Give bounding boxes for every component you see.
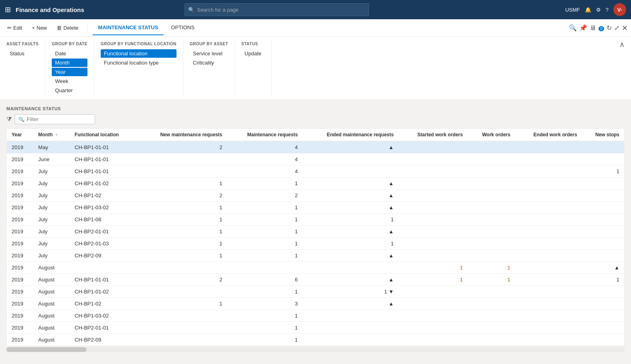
table-row[interactable]: 2019AugustCH-BP1-01-0126▲111 (7, 274, 624, 286)
col-mr[interactable]: Maintenance requests (227, 129, 302, 141)
table-row[interactable]: 2019AugustCH-BP2-091 (7, 334, 624, 346)
col-year[interactable]: Year (7, 129, 33, 141)
data-table-container[interactable]: Year Month ↑ Functional location New mai… (6, 128, 625, 346)
ribbon-group-asset-title: GROUP BY ASSET (190, 42, 228, 46)
filter-input[interactable] (27, 116, 91, 122)
ribbon-asset-faults-status[interactable]: Status (6, 49, 39, 58)
section-title: MAINTENANCE STATUS (6, 106, 625, 111)
table-cell: 2 (137, 190, 227, 202)
table-cell: 1 (227, 238, 302, 250)
table-cell: 3 (227, 298, 302, 310)
table-cell: 4 (227, 154, 302, 166)
table-cell: 1 (398, 274, 467, 286)
col-ns[interactable]: New stops (582, 129, 624, 141)
tab-maintenance-status[interactable]: MAINTENANCE STATUS (93, 20, 164, 35)
table-cell: 2019 (7, 298, 33, 310)
table-row[interactable]: 2019JulyCH-BP2-01-0111▲ (7, 226, 624, 238)
table-cell: August (33, 298, 70, 310)
table-row[interactable]: 2019JulyCH-BP1-08111 (7, 214, 624, 226)
table-cell (515, 141, 582, 154)
ribbon-status-update[interactable]: Update (241, 49, 265, 58)
notification-icon[interactable]: 🔔 (585, 7, 591, 13)
col-ewo[interactable]: Ended work orders (515, 129, 582, 141)
table-cell (515, 214, 582, 226)
tab-options[interactable]: OPTIONS (165, 20, 200, 35)
table-row[interactable]: 2019JulyCH-BP1-01-0141 (7, 166, 624, 178)
table-cell (398, 226, 467, 238)
table-row[interactable]: 2019MayCH-BP1-01-0124▲ (7, 141, 624, 154)
col-new-mr[interactable]: New maintenance requests (137, 129, 227, 141)
scrollbar-thumb[interactable] (6, 347, 87, 352)
table-cell: 1 (227, 286, 302, 298)
window-icon[interactable]: 🖥 (590, 24, 596, 32)
ribbon-status: STATUS Update (235, 40, 272, 96)
search-input[interactable] (197, 7, 365, 13)
table-cell (137, 262, 227, 274)
ribbon-collapse[interactable]: ∧ (619, 40, 625, 49)
ribbon-date-date[interactable]: Date (52, 49, 87, 58)
table-row[interactable]: 2019JulyCH-BP2-01-03111 (7, 238, 624, 250)
table-cell (398, 166, 467, 178)
table-row[interactable]: 2019August11▲ (7, 262, 624, 274)
settings-icon[interactable]: ⚙ (596, 7, 601, 13)
table-cell (468, 202, 515, 214)
table-cell (398, 154, 467, 166)
close-icon[interactable]: ✕ (622, 24, 628, 32)
col-wo[interactable]: Work orders (468, 129, 515, 141)
table-cell: 2019 (7, 190, 33, 202)
filter-input-wrapper[interactable]: 🔍 (15, 114, 95, 124)
table-cell: 1 (137, 250, 227, 262)
ribbon-asset-service-level[interactable]: Service level (190, 49, 228, 58)
table-cell (398, 310, 467, 322)
edit-button[interactable]: ✏ Edit (3, 22, 26, 33)
pin-icon[interactable]: 📌 (579, 24, 587, 32)
filter-sidebar-icon[interactable]: ⧩ (6, 116, 12, 123)
ribbon-functional-location[interactable]: Functional location (101, 49, 177, 58)
table-row[interactable]: 2019JulyCH-BP1-0222▲ (7, 190, 624, 202)
table-cell: 4 (227, 141, 302, 154)
table-cell (515, 334, 582, 346)
table-cell (137, 166, 227, 178)
col-month[interactable]: Month ↑ (33, 129, 70, 141)
toolbar-row: ⧩ 🔍 (6, 114, 625, 124)
ribbon-date-year[interactable]: Year (52, 68, 87, 76)
avatar[interactable]: V- (613, 3, 626, 16)
ribbon-date-week[interactable]: Week (52, 77, 87, 85)
table-row[interactable]: 2019JuneCH-BP1-01-014 (7, 154, 624, 166)
table-cell: 1 (227, 250, 302, 262)
table-cell: 2019 (7, 262, 33, 274)
col-functional-location[interactable]: Functional location (70, 129, 137, 141)
ribbon-date-quarter[interactable]: Quarter (52, 86, 87, 95)
grid-icon[interactable]: ⊞ (5, 5, 11, 14)
table-row[interactable]: 2019JulyCH-BP1-01-0211▲ (7, 178, 624, 190)
table-cell (582, 154, 624, 166)
table-cell: 1 (137, 298, 227, 310)
table-cell (137, 334, 227, 346)
horizontal-scrollbar[interactable] (6, 347, 625, 352)
ribbon-asset-criticality[interactable]: Criticality (190, 59, 228, 67)
help-icon[interactable]: ? (606, 7, 609, 13)
table-row[interactable]: 2019JulyCH-BP2-0911▲ (7, 250, 624, 262)
nav-right: USMF 🔔 ⚙ ? V- (565, 3, 626, 16)
delete-icon: 🗑 (57, 25, 62, 31)
col-ended-mr[interactable]: Ended maintenance requests (302, 129, 398, 141)
table-row[interactable]: 2019AugustCH-BP2-01-011 (7, 322, 624, 334)
search-cmd-icon[interactable]: 🔍 (569, 24, 577, 32)
table-cell (515, 262, 582, 274)
ribbon-functional-location-type[interactable]: Functional location type (101, 59, 177, 67)
new-button[interactable]: + New (28, 22, 51, 33)
table-cell (302, 262, 398, 274)
expand-icon[interactable]: ⤢ (614, 24, 619, 32)
table-row[interactable]: 2019AugustCH-BP1-01-0211 ▼ (7, 286, 624, 298)
search-bar[interactable]: 🔍 (185, 3, 369, 16)
refresh-icon[interactable]: ↻ (607, 24, 612, 32)
table-cell (582, 190, 624, 202)
delete-button[interactable]: 🗑 Delete (53, 22, 83, 33)
cmd-right-actions: 🔍 📌 🖥 0 ↻ ⤢ ✕ (569, 24, 628, 32)
table-row[interactable]: 2019AugustCH-BP1-0213▲ (7, 298, 624, 310)
table-row[interactable]: 2019AugustCH-BP1-03-021 (7, 310, 624, 322)
col-swo[interactable]: Started work orders (398, 129, 467, 141)
ribbon-date-month[interactable]: Month (52, 59, 87, 67)
table-row[interactable]: 2019JulyCH-BP1-03-0211▲ (7, 202, 624, 214)
add-icon: + (32, 25, 35, 31)
